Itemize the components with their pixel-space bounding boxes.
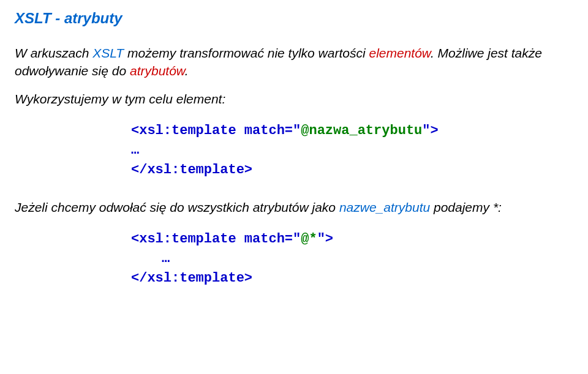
text-fragment: : xyxy=(498,200,502,214)
text-fragment: możemy transformować nie tylko wartości xyxy=(124,46,369,60)
code-example-2: <xsl:template match="@*"> … </xsl:templa… xyxy=(131,230,573,288)
text-fragment: * xyxy=(493,200,498,214)
page-title: XSLT - atrybuty xyxy=(15,10,573,27)
code-line: <xsl:template match="@nazwa_atrybutu"> xyxy=(131,121,573,141)
code-tag: "> xyxy=(422,123,438,138)
code-example-1: <xsl:template match="@nazwa_atrybutu"> …… xyxy=(131,121,573,180)
keyword-nazwe-atrybutu: nazwe_atrybutu xyxy=(339,200,430,214)
code-line: … xyxy=(162,249,573,269)
text-fragment: . xyxy=(185,64,189,78)
text-fragment: podajemy xyxy=(430,200,493,214)
code-tag: <xsl:template match=" xyxy=(131,123,301,138)
text-fragment: Jeżeli chcemy odwołać się do wszystkich … xyxy=(15,200,339,214)
paragraph-3: Jeżeli chcemy odwołać się do wszystkich … xyxy=(15,198,573,216)
code-line: </xsl:template> xyxy=(131,160,573,180)
code-tag: "> xyxy=(317,231,333,247)
code-attribute-value: @* xyxy=(301,231,317,247)
code-line: </xsl:template> xyxy=(131,269,573,288)
code-tag: <xsl:template match=" xyxy=(131,231,301,247)
keyword-elementow: elementów xyxy=(369,46,430,60)
code-line: <xsl:template match="@*"> xyxy=(131,230,573,249)
keyword-xslt: XSLT xyxy=(92,46,124,60)
paragraph-1: W arkuszach XSLT możemy transformować ni… xyxy=(15,44,573,80)
keyword-atrybutow: atrybutów xyxy=(130,64,185,78)
paragraph-2: Wykorzystujemy w tym celu element: xyxy=(15,90,573,108)
code-line: … xyxy=(131,141,573,160)
text-fragment: W arkuszach xyxy=(15,46,92,60)
code-attribute-value: @nazwa_atrybutu xyxy=(301,123,422,138)
